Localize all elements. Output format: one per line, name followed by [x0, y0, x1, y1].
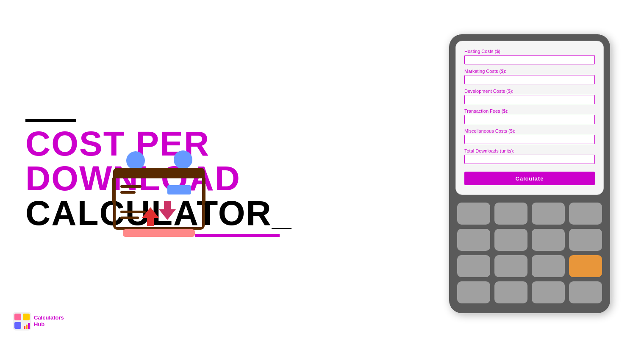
hosting-costs-group: Hosting Costs ($):	[464, 49, 595, 64]
key-8[interactable]	[569, 229, 602, 251]
right-section: Hosting Costs ($): Marketing Costs ($): …	[441, 26, 619, 313]
key-orange-1[interactable]	[569, 255, 602, 277]
svg-rect-12	[167, 185, 191, 195]
hosting-costs-input[interactable]	[464, 55, 595, 64]
key-3[interactable]	[532, 203, 565, 225]
key-1[interactable]	[457, 203, 490, 225]
development-costs-input[interactable]	[464, 95, 595, 104]
key-5[interactable]	[457, 229, 490, 251]
illustration	[102, 135, 216, 250]
svg-rect-20	[24, 326, 25, 329]
key-2[interactable]	[494, 203, 527, 225]
key-6[interactable]	[494, 229, 527, 251]
key-9[interactable]	[457, 255, 490, 277]
logo-text: Calculators Hub	[34, 314, 64, 328]
misc-costs-group: Miscellaneous Costs ($):	[464, 128, 595, 144]
svg-rect-3	[114, 169, 203, 178]
logo-area: Calculators Hub	[13, 312, 64, 331]
calculator-device: Hosting Costs ($): Marketing Costs ($): …	[449, 34, 610, 313]
title-line3: CALCULATOR_	[25, 196, 441, 237]
svg-rect-7	[120, 217, 139, 219]
misc-costs-label: Miscellaneous Costs ($):	[464, 128, 595, 133]
svg-rect-11	[164, 201, 171, 209]
marketing-costs-group: Marketing Costs ($):	[464, 69, 595, 84]
key-11[interactable]	[532, 255, 565, 277]
transaction-fees-group: Transaction Fees ($):	[464, 108, 595, 124]
title-block: COST PER DOWNLOAD CALCULATOR_	[25, 119, 441, 237]
marketing-costs-input[interactable]	[464, 75, 595, 84]
svg-marker-10	[159, 209, 176, 220]
logo-icon	[13, 312, 31, 331]
svg-rect-18	[23, 314, 30, 320]
calculate-button[interactable]: Calculate	[464, 172, 595, 185]
keypad	[455, 201, 604, 307]
transaction-fees-input[interactable]	[464, 115, 595, 124]
svg-rect-19	[14, 322, 21, 329]
title-bar	[25, 119, 76, 122]
svg-rect-9	[147, 218, 154, 226]
svg-point-1	[174, 150, 192, 169]
calculator-screen: Hosting Costs ($): Marketing Costs ($): …	[455, 41, 604, 195]
key-7[interactable]	[532, 229, 565, 251]
key-4[interactable]	[569, 203, 602, 225]
svg-rect-22	[28, 323, 30, 329]
development-costs-group: Development Costs ($):	[464, 89, 595, 104]
svg-rect-21	[26, 325, 28, 329]
svg-rect-17	[14, 314, 21, 320]
key-13[interactable]	[494, 281, 527, 303]
svg-rect-15	[123, 229, 195, 237]
title-line2: DOWNLOAD	[25, 161, 441, 196]
svg-rect-13	[112, 178, 115, 203]
transaction-fees-label: Transaction Fees ($):	[464, 108, 595, 114]
left-section: COST PER DOWNLOAD CALCULATOR_	[25, 102, 441, 237]
key-14[interactable]	[532, 281, 565, 303]
total-downloads-input[interactable]	[464, 155, 595, 164]
svg-rect-5	[120, 191, 136, 194]
development-costs-label: Development Costs ($):	[464, 89, 595, 94]
marketing-costs-label: Marketing Costs ($):	[464, 69, 595, 74]
total-downloads-group: Total Downloads (units):	[464, 148, 595, 164]
total-downloads-label: Total Downloads (units):	[464, 148, 595, 153]
key-10[interactable]	[494, 255, 527, 277]
svg-rect-14	[203, 178, 205, 203]
hosting-costs-label: Hosting Costs ($):	[464, 49, 595, 54]
key-12[interactable]	[457, 281, 490, 303]
svg-point-0	[126, 151, 145, 170]
key-15[interactable]	[569, 281, 602, 303]
svg-rect-4	[120, 185, 142, 188]
title-line1: COST PER	[25, 126, 441, 161]
misc-costs-input[interactable]	[464, 135, 595, 144]
svg-rect-6	[120, 211, 146, 213]
